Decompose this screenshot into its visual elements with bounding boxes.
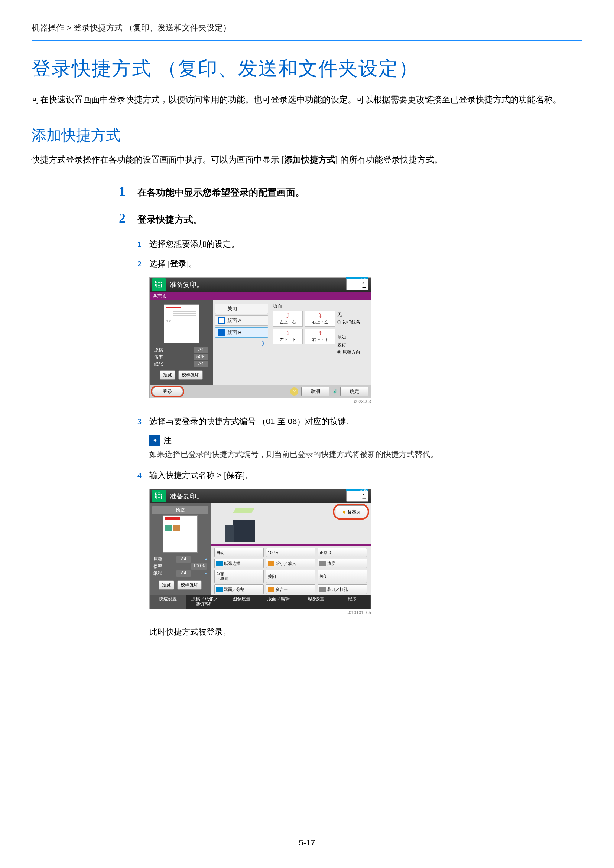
substep-2: 2 选择 [登录]。 <box>137 257 583 270</box>
preview-label: 预览 <box>152 506 208 514</box>
layout-cell[interactable]: ⤵右上→左 <box>305 311 335 327</box>
note-header: ✦ 注 <box>149 435 583 446</box>
step-1: 1 在各功能中显示您希望登录的配置画面。 <box>119 183 583 200</box>
border-none[interactable]: 无 <box>337 311 367 318</box>
step-number: 1 <box>119 183 137 199</box>
intro-text: 可在快速设置画面中登录快捷方式，以便访问常用的功能。也可登录选中功能的设定。可以… <box>31 93 583 107</box>
chevron-right-icon: 》 <box>215 339 268 348</box>
zoom-label[interactable]: 缩小／放大 <box>266 558 316 568</box>
help-icon[interactable]: ? <box>290 388 298 395</box>
bottom-tabs: 快速设置 原稿／纸张／ 装订整理 图像质量 版面／编辑 高级设置 程序 <box>150 595 371 609</box>
cancel-button[interactable]: 取消 <box>301 387 330 396</box>
option-off[interactable]: 关闭 <box>215 304 268 314</box>
ok-button[interactable]: 确定 <box>340 387 368 396</box>
layout-cell[interactable]: ⤴左上→右 <box>273 311 303 327</box>
section-intro: 快捷方式登录操作在各功能的设置画面中执行。可以为画面中显示 [添加快捷方式] 的… <box>31 153 583 167</box>
settings-column: 版面 ⤴左上→右 ⤵右上→左 ⤵左上→下 ⤴右上→下 无 边框线条 <box>270 300 371 385</box>
panel-header: ⿻ 准备复印。 份数 1 <box>150 277 371 292</box>
substep-text: 选择 [登录]。 <box>149 257 583 270</box>
page-number: 5-17 <box>0 838 614 848</box>
substep-text: 输入快捷方式名称 > [保存]。 <box>149 469 583 481</box>
combine-label[interactable]: 多合一 <box>266 584 316 594</box>
enter-icon: ↲ <box>333 388 337 395</box>
panel-title: 准备复印。 <box>170 492 203 501</box>
tab-quality[interactable]: 图像质量 <box>223 595 260 609</box>
step-title: 在各功能中显示您希望登录的配置画面。 <box>137 186 305 200</box>
step-title: 登录快捷方式。 <box>137 212 202 227</box>
screenshot-2: ⿻ 准备复印。 份数 1 预览 原稿A4◂ 倍率100% 纸张A4▸ <box>149 489 583 615</box>
layout-cell[interactable]: ⤵左上→下 <box>273 329 303 344</box>
preview-button[interactable]: 预览 <box>160 370 175 380</box>
paper-select-label[interactable]: 纸张选择 <box>215 558 264 568</box>
image-code: c010101_05 <box>149 610 371 615</box>
preview-column: 1 2 原稿A4 倍率50% 纸张A4 预览 校样复印 <box>150 300 213 385</box>
tab-layout[interactable]: 版面／编辑 <box>260 595 297 609</box>
divider <box>211 544 371 546</box>
top-edge[interactable]: 顶边 <box>337 333 367 341</box>
orig-direction[interactable]: 原稿方向 <box>337 349 367 356</box>
preview-column: 预览 原稿A4◂ 倍率100% 纸张A4▸ 预览 校样复印 <box>150 503 211 595</box>
note-body: 如果选择已登录的快捷方式编号，则当前已登录的快捷方式将被新的快捷方式替代。 <box>149 448 583 460</box>
tab-quick[interactable]: 快速设置 <box>150 595 187 609</box>
preview-button[interactable]: 预览 <box>159 580 174 590</box>
substep-text: 选择与要登录的快捷方式编号 （01 至 06）对应的按键。 <box>149 415 583 428</box>
highlight-circle <box>333 504 369 520</box>
panel-header: ⿻ 准备复印。 份数 1 <box>150 489 371 503</box>
density-button[interactable]: 正常 0 <box>317 548 367 557</box>
proof-copy-button[interactable]: 校样复印 <box>177 580 202 590</box>
copy-icon: ⿻ <box>152 490 166 502</box>
layout-cell[interactable]: ⤴右上→下 <box>305 329 335 344</box>
section-title: 添加快捷方式 <box>31 125 583 146</box>
substep-number: 2 <box>137 259 149 269</box>
duplex-label[interactable]: 双面／分割 <box>215 584 264 594</box>
step-number: 2 <box>119 211 137 226</box>
option-layout-a[interactable]: 版面 A <box>215 315 268 326</box>
step-2: 2 登录快捷方式。 <box>119 211 583 227</box>
preview-thumbnail <box>163 515 197 553</box>
density-label[interactable]: 浓度 <box>317 558 367 568</box>
preview-thumbnail: 1 2 <box>164 304 199 343</box>
substep-number: 4 <box>137 471 149 480</box>
printer-icon <box>225 508 266 542</box>
paper-select-button[interactable]: 自动 <box>215 548 264 557</box>
main-column: ◆备忘页 自动 100% 正常 0 纸张选择 缩小／放大 浓度 单面 →单面 关… <box>211 503 371 595</box>
copies-value[interactable]: 1 <box>346 491 368 502</box>
tab-original[interactable]: 原稿／纸张／ 装订整理 <box>187 595 223 609</box>
substep-number: 3 <box>137 417 149 426</box>
staple-button[interactable]: 关闭 <box>317 570 367 583</box>
header-rule <box>31 40 583 41</box>
favorites-bar: 备忘页 <box>150 292 371 300</box>
screenshot-1: ⿻ 准备复印。 份数 1 备忘页 1 2 原稿A4 倍率50% 纸张A4 预览 … <box>149 277 583 404</box>
staple-label[interactable]: 装订／打孔 <box>317 584 367 594</box>
panel-footer: 登录 ? 取消 ↲ 确定 <box>150 385 371 398</box>
binding[interactable]: 装订 <box>337 341 367 349</box>
copy-icon: ⿻ <box>152 278 166 291</box>
option-column: 关闭 版面 A 版面 B 》 <box>213 300 270 385</box>
zoom-button[interactable]: 100% <box>266 548 316 557</box>
substep-text: 选择您想要添加的设定。 <box>149 238 583 250</box>
register-button[interactable]: 登录 <box>152 387 183 396</box>
breadcrumb: 机器操作 > 登录快捷方式 （复印、发送和文件夹设定） <box>31 22 583 33</box>
substep-3: 3 选择与要登录的快捷方式编号 （01 至 06）对应的按键。 <box>137 415 583 428</box>
substep-number: 1 <box>137 239 149 249</box>
option-layout-b[interactable]: 版面 B <box>215 327 268 338</box>
border-lines[interactable]: 边框线条 <box>337 318 367 326</box>
combine-button[interactable]: 关闭 <box>266 570 316 583</box>
final-text: 此时快捷方式被登录。 <box>149 626 583 637</box>
duplex-button[interactable]: 单面 →单面 <box>215 570 264 583</box>
note-title: 注 <box>163 435 172 446</box>
substep-4: 4 输入快捷方式名称 > [保存]。 <box>137 469 583 481</box>
proof-copy-button[interactable]: 校样复印 <box>178 370 203 380</box>
tab-advanced[interactable]: 高级设置 <box>297 595 334 609</box>
page-title: 登录快捷方式 （复印、发送和文件夹设定） <box>31 56 583 82</box>
tab-program[interactable]: 程序 <box>334 595 371 609</box>
note-icon: ✦ <box>149 435 160 446</box>
panel-title: 准备复印。 <box>170 280 203 289</box>
substep-1: 1 选择您想要添加的设定。 <box>137 238 583 250</box>
section-label: 版面 <box>273 303 367 310</box>
copies-value[interactable]: 1 <box>346 279 368 290</box>
image-code: c023003 <box>149 399 371 404</box>
